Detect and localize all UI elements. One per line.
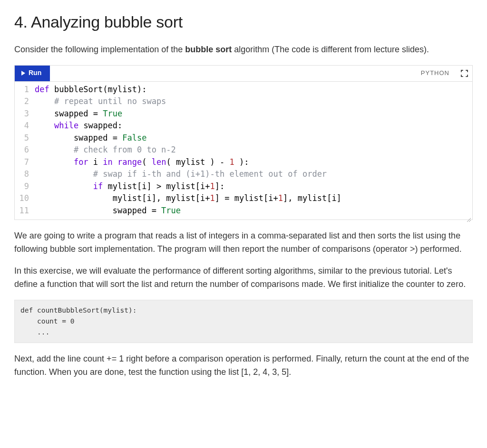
play-icon — [21, 71, 25, 76]
code-content: while swapped: — [35, 120, 472, 132]
code-content: swapped = True — [35, 108, 472, 120]
code-content: def bubbleSort(mylist): — [35, 84, 472, 96]
code-content: # repeat until no swaps — [35, 95, 472, 108]
line-number: 9 — [15, 181, 35, 193]
code-line: 8 # swap if i-th and (i+1)-th element ou… — [15, 168, 472, 181]
code-toolbar: Run PYTHON — [15, 66, 472, 82]
line-number: 8 — [15, 168, 35, 181]
line-number: 1 — [15, 84, 35, 96]
code-line: 3 swapped = True — [15, 108, 472, 120]
line-number: 2 — [15, 95, 35, 108]
toolbar-spacer — [50, 66, 421, 81]
code-line: 4 while swapped: — [15, 120, 472, 132]
intro-text-post: algorithm (The code is different from le… — [232, 45, 429, 54]
resize-handle[interactable] — [466, 214, 471, 219]
language-label: PYTHON — [421, 66, 456, 81]
code-body[interactable]: 1def bubbleSort(mylist):2 # repeat until… — [15, 82, 472, 220]
line-number: 5 — [15, 132, 35, 144]
code-line: 1def bubbleSort(mylist): — [15, 84, 472, 96]
code-editor: Run PYTHON 1def bubbleSort(mylist):2 # r… — [14, 65, 473, 220]
code-line: 7 for i in range( len( mylist ) - 1 ): — [15, 156, 472, 169]
code-content: swapped = True — [35, 205, 472, 217]
paragraph-3: Next, add the line count += 1 right befo… — [14, 353, 473, 379]
code-line: 9 if mylist[i] > mylist[i+1]: — [15, 181, 472, 193]
code-content: # swap if i-th and (i+1)-th element out … — [35, 168, 472, 181]
intro-text-pre: Consider the following implementation of… — [14, 45, 185, 54]
section-heading: 4. Analyzing bubble sort — [14, 10, 473, 35]
code-content: mylist[i], mylist[i+1] = mylist[i+1], my… — [35, 192, 472, 205]
line-number: 7 — [15, 156, 35, 169]
code-line: 11 swapped = True — [15, 205, 472, 217]
code-line: 10 mylist[i], mylist[i+1] = mylist[i+1],… — [15, 192, 472, 205]
code-line: 6 # check from 0 to n-2 — [15, 144, 472, 156]
code-line: 2 # repeat until no swaps — [15, 95, 472, 108]
code-line: 5 swapped = False — [15, 132, 472, 144]
line-number: 6 — [15, 144, 35, 156]
run-button[interactable]: Run — [15, 66, 50, 81]
line-number: 11 — [15, 205, 35, 217]
resize-icon — [466, 217, 471, 222]
fullscreen-button[interactable] — [456, 66, 472, 81]
line-number: 10 — [15, 192, 35, 205]
paragraph-2: In this exercise, we will evaluate the p… — [14, 265, 473, 291]
code-content: swapped = False — [35, 132, 472, 144]
code-content: # check from 0 to n-2 — [35, 144, 472, 156]
code-snippet: def countBubbleSort(mylist): count = 0 .… — [14, 300, 473, 343]
run-button-label: Run — [29, 68, 41, 78]
intro-text-bold: bubble sort — [185, 45, 232, 54]
code-content: for i in range( len( mylist ) - 1 ): — [35, 156, 472, 169]
fullscreen-icon — [461, 70, 468, 77]
intro-paragraph: Consider the following implementation of… — [14, 43, 473, 57]
line-number: 4 — [15, 120, 35, 132]
paragraph-1: We are going to write a program that rea… — [14, 229, 473, 256]
line-number: 3 — [15, 108, 35, 120]
code-content: if mylist[i] > mylist[i+1]: — [35, 181, 472, 193]
